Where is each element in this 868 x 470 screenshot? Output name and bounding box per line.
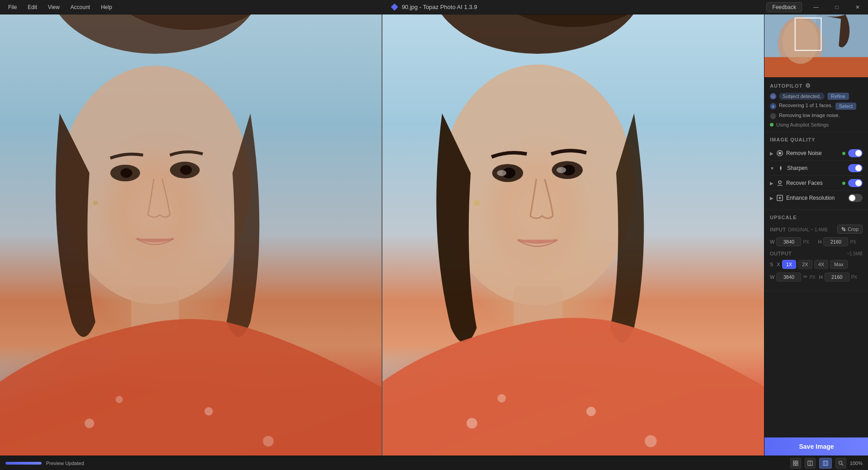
image-quality-title: IMAGE QUALITY — [770, 137, 863, 142]
scale-s-label: S — [770, 262, 773, 267]
menu-view[interactable]: View — [43, 2, 64, 12]
remove-noise-label: Remove Noise — [786, 150, 822, 156]
face-recovery-icon: ◈ — [770, 103, 776, 109]
svg-point-39 — [803, 276, 805, 277]
compare-button[interactable] — [819, 458, 832, 469]
recover-faces-toggle[interactable] — [848, 179, 863, 187]
close-button[interactable]: ✕ — [847, 0, 868, 14]
thumbnail-area — [764, 14, 868, 78]
out-height-label: H — [819, 274, 823, 280]
input-height-value[interactable]: 2160 — [823, 237, 848, 246]
remove-noise-icon — [776, 150, 783, 157]
preview-status-text: Preview Updated — [46, 461, 84, 466]
enhance-resolution-expand-icon[interactable]: ▶ — [770, 196, 774, 201]
svg-point-25 — [497, 170, 506, 176]
scale-1x-button[interactable]: 1X — [782, 260, 796, 269]
menu-account[interactable]: Account — [66, 2, 94, 12]
input-row: INPUT ORIGINAL ~ 1.4MB Crop — [770, 225, 863, 234]
recover-faces-status-dot — [842, 182, 845, 185]
svg-point-35 — [778, 152, 781, 155]
scale-2x-button[interactable]: 2X — [798, 260, 812, 269]
single-view-button[interactable] — [805, 458, 816, 469]
scale-4x-button[interactable]: 4X — [814, 260, 828, 269]
zoom-in-button[interactable] — [835, 458, 846, 469]
output-size-label: ~1.5MB — [847, 251, 863, 256]
crop-button[interactable]: Crop — [837, 225, 863, 234]
topaz-logo-icon — [391, 4, 398, 11]
recover-faces-expand-icon[interactable]: ▶ — [770, 181, 774, 186]
select-button[interactable]: Select — [835, 103, 857, 110]
remove-noise-expand-icon[interactable]: ▶ — [770, 151, 774, 156]
subject-detected-text: Subject detected. — [779, 93, 825, 100]
sharpen-toggle[interactable] — [848, 164, 863, 172]
sharpen-item: ▼ Sharpen — [770, 161, 863, 176]
autopilot-settings-row: Using Autopilot Settings — [770, 122, 863, 127]
svg-rect-31 — [764, 57, 868, 77]
output-row: OUTPUT ~1.5MB — [770, 251, 863, 256]
main-content: AUTOPILOT ⚙ ◎ Subject detected. Refine ◈… — [0, 14, 868, 456]
output-height-value[interactable]: 2160 — [825, 273, 849, 282]
remove-noise-status-dot — [842, 152, 845, 155]
svg-point-20 — [645, 435, 656, 447]
svg-rect-43 — [796, 461, 798, 463]
menu-edit[interactable]: Edit — [23, 2, 42, 12]
image-area — [0, 14, 764, 456]
enhance-resolution-toggle[interactable] — [848, 194, 863, 202]
save-image-button[interactable]: Save Image — [764, 437, 868, 456]
svg-point-17 — [467, 418, 477, 429]
minimize-button[interactable]: — — [806, 0, 826, 14]
titlebar-right: Feedback — □ ✕ — [766, 0, 868, 14]
upscale-section: UPSCALE INPUT ORIGINAL ~ 1.4MB Crop — [764, 210, 868, 291]
green-status-dot — [770, 123, 774, 127]
image-quality-section: IMAGE QUALITY ▶ Remove Noise — [764, 132, 868, 210]
svg-rect-48 — [823, 461, 828, 465]
sharpen-expand-icon[interactable]: ▼ — [770, 166, 774, 171]
upscale-title: UPSCALE — [770, 215, 863, 220]
input-dimensions-row: W 3840 PX H 2160 PX — [770, 237, 863, 246]
svg-point-7 — [263, 436, 274, 446]
height-label: H — [818, 239, 822, 244]
svg-line-52 — [841, 464, 843, 465]
input-label: INPUT — [770, 227, 786, 232]
removing-noise-text: Removing low image noise. — [779, 113, 840, 118]
enhance-resolution-item: ▶ Enhance Resolution — [770, 191, 863, 205]
feedback-button[interactable]: Feedback — [766, 2, 802, 12]
fit-view-button[interactable] — [790, 458, 801, 469]
svg-point-27 — [474, 200, 480, 206]
input-sub-label: ORIGINAL ~ 1.4MB — [788, 227, 828, 232]
subject-icon: ◎ — [770, 93, 776, 99]
zoom-level-text: 100% — [850, 461, 863, 466]
original-image-panel — [0, 14, 382, 456]
output-width-value[interactable]: 3840 — [776, 273, 801, 282]
progress-bar-container — [5, 462, 42, 465]
scale-buttons-row: S X 1X 2X 4X Max — [770, 260, 863, 269]
recovering-faces-row: ◈ Recovering 1 of 1 faces. Select — [770, 103, 863, 110]
image-divider[interactable] — [382, 14, 382, 456]
remove-noise-toggle[interactable] — [848, 149, 863, 157]
svg-point-51 — [839, 461, 842, 464]
svg-point-19 — [586, 407, 596, 416]
removing-noise-row: ◌ Removing low image noise. — [770, 113, 863, 119]
svg-point-26 — [557, 167, 566, 173]
autopilot-settings-icon[interactable]: ⚙ — [805, 82, 811, 89]
menu-file[interactable]: File — [4, 2, 21, 12]
recover-faces-label: Recover Faces — [786, 180, 823, 186]
fit-view-icon — [793, 461, 798, 466]
input-width-value[interactable]: 3840 — [776, 237, 801, 246]
svg-rect-44 — [793, 464, 795, 465]
scale-max-button[interactable]: Max — [830, 260, 848, 269]
refine-button[interactable]: Refine — [827, 93, 849, 100]
maximize-button[interactable]: □ — [826, 0, 847, 14]
progress-bar-fill — [5, 462, 42, 465]
subject-detected-badge: Subject detected. Refine — [779, 93, 849, 100]
autopilot-title: AUTOPILOT ⚙ — [770, 82, 863, 89]
svg-point-32 — [783, 19, 819, 64]
svg-point-4 — [85, 418, 94, 428]
sharpen-icon — [777, 164, 784, 172]
remove-noise-item: ▶ Remove Noise — [770, 146, 863, 161]
enhance-resolution-icon — [776, 194, 783, 202]
height-px-label: PX — [850, 240, 856, 244]
svg-rect-45 — [796, 464, 798, 465]
compare-icon — [823, 461, 828, 466]
menu-help[interactable]: Help — [96, 2, 117, 12]
